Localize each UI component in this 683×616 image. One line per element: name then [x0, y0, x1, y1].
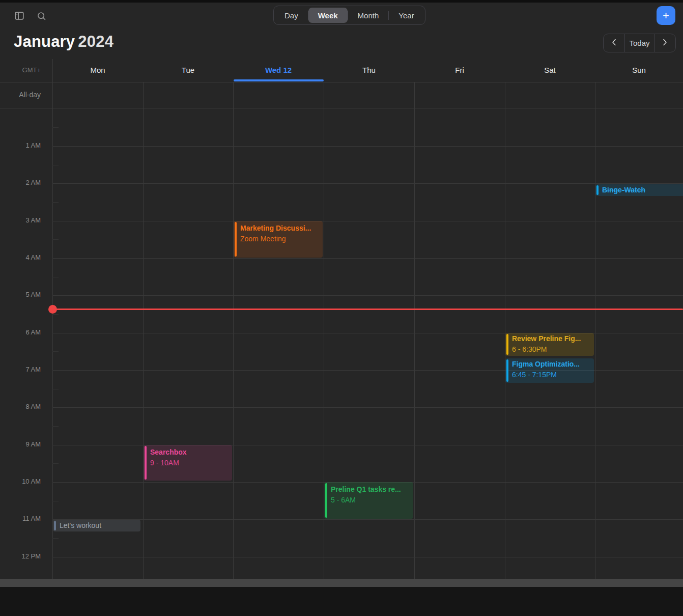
grid-line [52, 519, 683, 520]
half-hour-tick [52, 239, 59, 240]
event-title: Preline Q1 tasks re... [331, 484, 413, 495]
event-lets-workout[interactable]: Let's workout [53, 520, 140, 531]
horizontal-scrollbar[interactable] [0, 579, 683, 587]
grid-line [414, 82, 415, 579]
title-year: 2024 [78, 33, 113, 50]
half-hour-tick [52, 127, 59, 128]
event-color-bar [506, 334, 508, 355]
hour-label: 1 AM [0, 142, 41, 151]
event-time: 5 - 6AM [331, 495, 413, 506]
active-day-underline [234, 79, 324, 81]
day-header-mon[interactable]: Mon [52, 59, 143, 81]
hour-label: 2 AM [0, 179, 41, 188]
hour-label: 8 AM [0, 403, 41, 412]
event-searchbox[interactable]: Searchbox 9 - 10AM [144, 445, 232, 481]
panel-left-icon [14, 10, 25, 21]
title-month: January [14, 33, 75, 50]
grid-line [52, 557, 683, 557]
half-hour-tick [52, 165, 59, 165]
grid-line [52, 295, 683, 296]
grid-line [143, 82, 144, 579]
half-hour-tick [52, 463, 59, 464]
event-time: 6 - 6:30PM [512, 344, 594, 355]
grid-line [52, 183, 683, 184]
event-title: Binge-Watch [602, 184, 683, 196]
next-week-button[interactable] [654, 34, 675, 52]
event-figma-optimization[interactable]: Figma Optimizatio... 6:45 - 7:15PM [505, 358, 594, 383]
hour-label: 9 AM [0, 440, 41, 450]
chevron-left-icon [612, 39, 616, 47]
event-color-bar [54, 521, 56, 530]
allday-label: All-day [0, 82, 41, 108]
hour-label: 3 AM [0, 216, 41, 226]
hour-label: 4 AM [0, 254, 41, 263]
day-header-thu[interactable]: Thu [324, 59, 414, 81]
event-marketing-discussion[interactable]: Marketing Discussi... Zoom Meeting [234, 221, 323, 258]
page-bottom-area [0, 587, 683, 616]
day-header-sun[interactable]: Sun [595, 59, 683, 81]
hour-label: 10 AM [0, 478, 41, 487]
grid-line [0, 108, 683, 108]
add-event-button[interactable]: + [657, 6, 675, 25]
grid-line [52, 146, 683, 147]
event-color-bar [596, 185, 599, 195]
sidebar-toggle-button[interactable] [14, 10, 25, 21]
day-header-wed[interactable]: Wed 12 [233, 59, 324, 81]
grid-line [0, 82, 683, 82]
half-hour-tick [52, 426, 59, 427]
today-button[interactable]: Today [624, 34, 654, 52]
event-color-bar [145, 446, 147, 480]
page-title: January2024 [14, 33, 113, 51]
event-color-bar [235, 222, 237, 257]
view-switcher: Day Week Month Year [273, 6, 425, 25]
event-title: Searchbox [150, 447, 232, 458]
day-header-sat[interactable]: Sat [505, 59, 595, 81]
grid-line [52, 258, 683, 259]
event-binge-watch[interactable]: Binge-Watch [595, 184, 683, 196]
event-title: Review Preline Fig... [512, 333, 594, 344]
view-week-button[interactable]: Week [308, 8, 348, 23]
half-hour-tick [52, 538, 59, 539]
view-month-button[interactable]: Month [348, 8, 389, 23]
search-icon [36, 11, 47, 21]
grid-line [52, 407, 683, 408]
event-title: Marketing Discussi... [240, 223, 323, 234]
event-subtitle: Zoom Meeting [240, 234, 323, 244]
event-title: Let's workout [60, 520, 140, 531]
view-day-button[interactable]: Day [275, 8, 308, 23]
half-hour-tick [52, 351, 59, 352]
chevron-right-icon [663, 39, 667, 47]
event-time: 6:45 - 7:15PM [512, 370, 594, 380]
half-hour-tick [52, 202, 59, 203]
current-time-line [52, 309, 683, 310]
hour-label: 5 AM [0, 291, 41, 300]
grid-line [233, 82, 234, 579]
previous-week-button[interactable] [604, 34, 624, 52]
current-time-dot [48, 305, 57, 314]
event-color-bar [325, 483, 327, 518]
event-color-bar [506, 359, 508, 382]
hour-label: 7 AM [0, 366, 41, 375]
view-year-button[interactable]: Year [389, 8, 423, 23]
event-preline-q1-tasks[interactable]: Preline Q1 tasks re... 5 - 6AM [324, 482, 413, 519]
top-strip [0, 0, 683, 3]
grid-line [595, 82, 595, 579]
date-navigation: Today [603, 34, 676, 52]
event-time: 9 - 10AM [150, 458, 232, 468]
hour-label: 11 AM [0, 515, 41, 524]
search-button[interactable] [36, 10, 47, 21]
half-hour-tick [52, 501, 59, 501]
day-header-fri[interactable]: Fri [414, 59, 505, 81]
half-hour-tick [52, 389, 59, 389]
hour-label: 12 PM [0, 552, 41, 562]
half-hour-tick [52, 277, 59, 277]
half-hour-tick [52, 314, 59, 315]
calendar-app: Day Week Month Year + January2024 Today … [0, 0, 683, 616]
timezone-label: GMT+ [0, 59, 41, 81]
day-header-tue[interactable]: Tue [143, 59, 233, 81]
grid-line [52, 221, 683, 221]
hour-label: 6 AM [0, 328, 41, 338]
event-title: Figma Optimizatio... [512, 359, 594, 370]
event-review-preline-figma[interactable]: Review Preline Fig... 6 - 6:30PM [505, 333, 594, 356]
grid-line [505, 82, 505, 579]
